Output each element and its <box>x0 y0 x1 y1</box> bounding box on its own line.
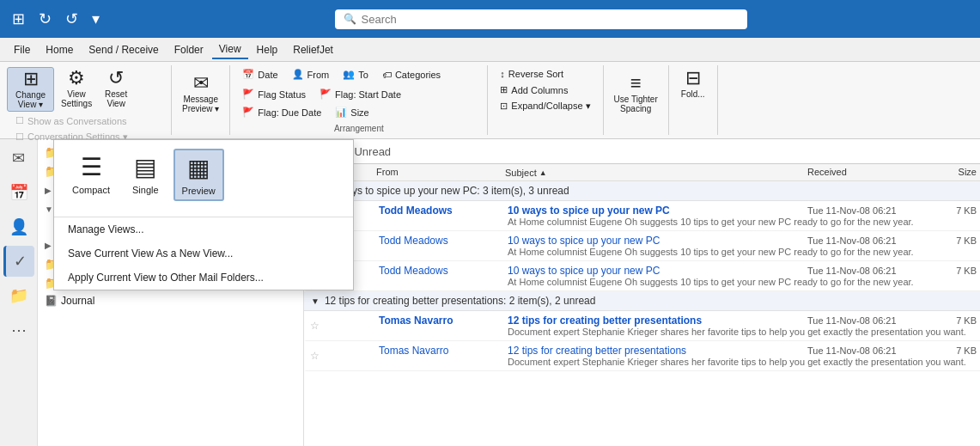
apply-view-item[interactable]: Apply Current View to Other Mail Folders… <box>54 266 353 290</box>
email-subject: 10 ways to spice up your new PC <box>508 265 660 277</box>
group-chevron-icon: ▼ <box>311 296 320 306</box>
date-icon: 📅 <box>242 69 254 80</box>
email-subject: 10 ways to spice up your new PC <box>508 235 660 247</box>
from-icon: 👤 <box>292 69 304 80</box>
email-preview: At Home columnist Eugene Oh suggests 10 … <box>375 217 980 227</box>
email-size: 7 KB <box>933 266 980 276</box>
ribbon-group-arrangement: 📅 Date 👤 From 👥 To 🏷 Categories 🚩 Flag S… <box>230 65 488 135</box>
settings-icon: ⚙ <box>68 69 85 88</box>
journal-icon: 📓 <box>45 295 58 307</box>
menu-home[interactable]: Home <box>39 41 80 58</box>
sender-name: Tomas Navarro <box>375 315 504 327</box>
flag-due-icon: 🚩 <box>242 107 254 118</box>
table-row[interactable]: ☆ Tomas Navarro 12 tips for creating bet… <box>304 311 980 341</box>
sort-arrow-icon: ▲ <box>539 168 547 177</box>
table-row[interactable]: ☆ Todd Meadows 10 ways to spice up your … <box>304 261 980 291</box>
more-icon[interactable]: ▾ <box>88 6 103 32</box>
menu-folder[interactable]: Folder <box>167 41 210 58</box>
flag-status-icon: 🚩 <box>242 89 254 100</box>
group-header[interactable]: ▼ 12 tips for creating better presentati… <box>304 291 980 311</box>
email-received: Tue 11-Nov-08 06:21 <box>804 345 933 356</box>
search-box[interactable]: 🔍 <box>335 9 747 29</box>
manage-views-item[interactable]: Manage Views... <box>54 217 353 241</box>
flag-status-button[interactable]: 🚩 Flag Status <box>237 87 311 101</box>
email-preview: At Home columnist Eugene Oh suggests 10 … <box>375 277 980 287</box>
email-subject: 10 ways to spice up your new PC <box>508 205 670 217</box>
chevron-icon: ▶ <box>45 186 52 195</box>
message-icon: ✉ <box>193 74 209 93</box>
group-header[interactable]: ▼ 10 ways to spice up your new PC: 3 ite… <box>304 181 980 201</box>
email-received: Tue 11-Nov-08 06:21 <box>804 315 933 326</box>
email-size: 7 KB <box>933 345 980 356</box>
from-button[interactable]: 👤 From <box>287 67 335 82</box>
chevron-icon: ▶ <box>45 241 52 250</box>
date-button[interactable]: 📅 Date <box>237 67 283 82</box>
flag-start-icon: 🚩 <box>320 89 332 100</box>
view-settings-button[interactable]: ⚙ ViewSettings <box>58 67 95 112</box>
email-size: 7 KB <box>933 235 980 246</box>
menu-bar: File Home Send / Receive Folder View Hel… <box>0 38 980 62</box>
size-button[interactable]: 📊 Size <box>330 105 374 119</box>
reset-view-button[interactable]: ↺ ResetView <box>99 67 133 112</box>
table-row[interactable]: ☆ Todd Meadows 10 ways to spice up your … <box>304 231 980 261</box>
add-columns-button[interactable]: ⊞ Add Columns <box>495 82 573 97</box>
undo-icon[interactable]: ↺ <box>62 6 82 32</box>
sidebar-item-journal[interactable]: 📓 Journal <box>38 292 303 309</box>
nav-icons: ✉ 📅 👤 ✓ 📁 ⋯ <box>0 139 38 446</box>
flag-icon: ☆ <box>310 350 320 362</box>
ribbon-group-view: ⊞ Change View ▾ ⚙ ViewSettings ↺ ResetVi… <box>0 65 172 135</box>
ribbon-group-spacing: ≡ Use TighterSpacing <box>604 65 669 135</box>
expand-icon: ⊡ <box>500 101 508 112</box>
content-pane: All Unread ! ☆ □ 📎 From Subject ▲ Receiv… <box>304 139 980 446</box>
nav-more[interactable]: ⋯ <box>3 315 34 345</box>
tab-unread[interactable]: Unread <box>347 143 398 163</box>
top-bar: ⊞ ↻ ↺ ▾ 🔍 <box>0 0 980 38</box>
sender-name: Todd Meadows <box>375 265 504 277</box>
nav-people[interactable]: 👤 <box>3 211 34 242</box>
search-input[interactable] <box>362 13 739 26</box>
spacing-icon: ≡ <box>630 74 642 93</box>
nav-calendar[interactable]: 📅 <box>3 177 34 208</box>
app-icon[interactable]: ⊞ <box>9 6 28 32</box>
email-received: Tue 11-Nov-08 06:21 <box>804 205 933 216</box>
save-view-item[interactable]: Save Current View As a New View... <box>54 241 353 266</box>
nav-folders[interactable]: 📁 <box>3 280 34 311</box>
view-preview-button[interactable]: ▦ Preview <box>173 149 224 201</box>
refresh-icon[interactable]: ↻ <box>35 6 55 32</box>
tighter-spacing-button[interactable]: ≡ Use TighterSpacing <box>611 72 661 115</box>
size-icon: 📊 <box>335 107 347 118</box>
table-row[interactable]: ☆ Tomas Navarro 12 tips for creating bet… <box>304 341 980 371</box>
email-size: 7 KB <box>933 205 980 216</box>
col-header-subject[interactable]: Subject ▲ <box>502 167 804 178</box>
flag-start-date-button[interactable]: 🚩 Flag: Start Date <box>314 87 406 101</box>
single-icon: ▤ <box>134 153 156 181</box>
to-button[interactable]: 👥 To <box>338 67 374 82</box>
categories-button[interactable]: 🏷 Categories <box>377 67 446 82</box>
nav-mail[interactable]: ✉ <box>3 143 34 174</box>
view-single-button[interactable]: ▤ Single <box>125 149 167 201</box>
fold-pane-button[interactable]: ⊟ Fold... <box>676 67 710 101</box>
email-preview: Document expert Stephanie Krieger shares… <box>375 327 980 337</box>
change-view-icon: ⊞ <box>23 70 39 89</box>
menu-reliefjet[interactable]: ReliefJet <box>286 41 340 58</box>
message-preview-button[interactable]: ✉ MessagePreview ▾ <box>179 72 222 115</box>
change-view-button[interactable]: ⊞ Change View ▾ <box>7 67 54 112</box>
flag-due-date-button[interactable]: 🚩 Flag: Due Date <box>237 105 326 119</box>
sender-name: Tomas Navarro <box>375 345 504 357</box>
table-row[interactable]: ☆ Todd Meadows 10 ways to spice up your … <box>304 201 980 231</box>
col-header-size[interactable]: Size <box>933 167 980 178</box>
col-header-received[interactable]: Received <box>804 167 933 178</box>
row-icons: ☆ <box>307 350 375 362</box>
menu-view[interactable]: View <box>212 40 248 59</box>
menu-file[interactable]: File <box>7 41 37 58</box>
nav-tasks[interactable]: ✓ <box>3 246 34 277</box>
col-header-from[interactable]: From <box>373 167 502 178</box>
menu-send-receive[interactable]: Send / Receive <box>82 41 165 58</box>
menu-help[interactable]: Help <box>250 41 285 58</box>
expand-collapse-button[interactable]: ⊡ Expand/Collapse ▾ <box>495 99 595 113</box>
reverse-sort-button[interactable]: ↕ Reverse Sort <box>495 67 569 81</box>
ribbon-group-preview: ✉ MessagePreview ▾ <box>172 65 230 135</box>
view-compact-button[interactable]: ☰ Compact <box>64 149 118 201</box>
subject-cell: 12 tips for creating better presentation… <box>504 315 804 327</box>
show-as-conversations-button[interactable]: ☐ Show as Conversations <box>10 113 133 128</box>
